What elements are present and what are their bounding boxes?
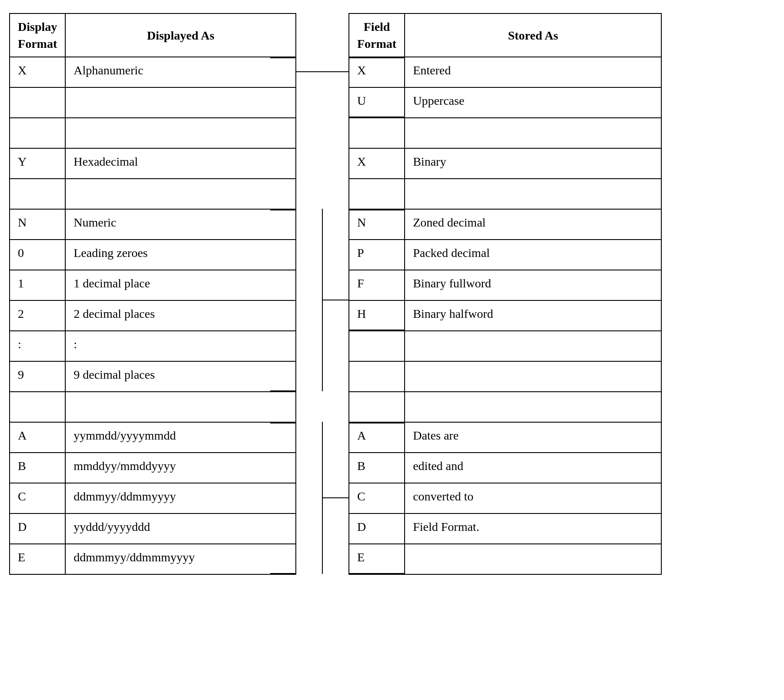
stored-as-header: Stored As — [405, 13, 661, 57]
displayed-as-cell: Numeric — [65, 209, 296, 240]
table-row: : : — [10, 331, 296, 361]
displayed-as-cell — [65, 179, 296, 209]
format-cell: 9 — [10, 361, 65, 392]
format-cell — [349, 118, 405, 148]
table-row: 0 Leading zeroes — [10, 240, 296, 270]
table-row: F Binary fullword — [349, 270, 661, 300]
format-cell — [349, 179, 405, 209]
table-row — [10, 179, 296, 209]
stored-as-cell — [405, 179, 661, 209]
table-row: 1 1 decimal place — [10, 270, 296, 300]
table-row: N Zoned decimal — [349, 209, 661, 240]
stored-as-cell: Dates are — [405, 422, 661, 453]
format-cell — [10, 179, 65, 209]
table-row — [349, 392, 661, 422]
table-row: E — [349, 544, 661, 574]
format-cell: D — [10, 513, 65, 544]
table-row: N Numeric — [10, 209, 296, 240]
format-cell: C — [10, 483, 65, 513]
stored-as-cell: converted to — [405, 483, 661, 513]
table-row — [10, 118, 296, 148]
format-cell: 2 — [10, 300, 65, 331]
table-row: D Field Format. — [349, 513, 661, 544]
table-row: U Uppercase — [349, 87, 661, 118]
table-row — [349, 331, 661, 361]
format-cell: N — [349, 209, 405, 240]
table-row: A yymmdd/yyyymmdd — [10, 422, 296, 453]
displayed-as-cell: 2 decimal places — [65, 300, 296, 331]
table-row: B edited and — [349, 453, 661, 483]
format-cell: C — [349, 483, 405, 513]
table-row: C converted to — [349, 483, 661, 513]
table-row: A Dates are — [349, 422, 661, 453]
table-row: 2 2 decimal places — [10, 300, 296, 331]
table-row: X Binary — [349, 148, 661, 179]
format-cell — [349, 392, 405, 422]
displayed-as-cell — [65, 87, 296, 118]
table-row: X Alphanumeric — [10, 57, 296, 87]
stored-as-cell — [405, 544, 661, 574]
stored-as-cell — [405, 392, 661, 422]
stored-as-cell: Binary fullword — [405, 270, 661, 300]
format-cell: H — [349, 300, 405, 331]
format-cell: D — [349, 513, 405, 544]
format-cell: E — [349, 544, 405, 574]
format-cell: P — [349, 240, 405, 270]
displayed-as-cell: ddmmmyy/ddmmmyyyy — [65, 544, 296, 574]
format-cell: 1 — [10, 270, 65, 300]
format-cell: N — [10, 209, 65, 240]
table-row: E ddmmmyy/ddmmmyyyy — [10, 544, 296, 574]
table-row — [10, 392, 296, 422]
displayed-as-cell: : — [65, 331, 296, 361]
format-cell: B — [10, 453, 65, 483]
format-cell — [10, 87, 65, 118]
displayed-as-header: Displayed As — [65, 13, 296, 57]
stored-as-cell — [405, 118, 661, 148]
displayed-as-cell: mmddyy/mmddyyyy — [65, 453, 296, 483]
format-cell — [349, 331, 405, 361]
table-row: C ddmmyy/ddmmyyyy — [10, 483, 296, 513]
left-table: DisplayFormat Displayed As X Alphanumeri… — [9, 13, 296, 575]
table-row: 9 9 decimal places — [10, 361, 296, 392]
format-cell: U — [349, 87, 405, 118]
table-row: H Binary halfword — [349, 300, 661, 331]
displayed-as-cell — [65, 118, 296, 148]
format-cell — [10, 118, 65, 148]
displayed-as-cell: Leading zeroes — [65, 240, 296, 270]
displayed-as-cell: yymmdd/yyyymmdd — [65, 422, 296, 453]
table-row — [349, 118, 661, 148]
display-format-header: DisplayFormat — [10, 13, 65, 57]
stored-as-cell — [405, 331, 661, 361]
stored-as-cell: Binary halfword — [405, 300, 661, 331]
stored-as-cell — [405, 361, 661, 392]
displayed-as-cell: 1 decimal place — [65, 270, 296, 300]
format-cell: X — [349, 148, 405, 179]
stored-as-cell: Packed decimal — [405, 240, 661, 270]
field-format-header: FieldFormat — [349, 13, 405, 57]
format-cell: X — [10, 57, 65, 87]
table-row: B mmddyy/mmddyyyy — [10, 453, 296, 483]
table-row: X Entered — [349, 57, 661, 87]
displayed-as-cell: Hexadecimal — [65, 148, 296, 179]
displayed-as-cell: 9 decimal places — [65, 361, 296, 392]
table-row: Y Hexadecimal — [10, 148, 296, 179]
format-cell: E — [10, 544, 65, 574]
format-cell: 0 — [10, 240, 65, 270]
page-container: DisplayFormat Displayed As X Alphanumeri… — [9, 13, 775, 575]
displayed-as-cell: yyddd/yyyyddd — [65, 513, 296, 544]
format-cell: X — [349, 57, 405, 87]
format-cell: Y — [10, 148, 65, 179]
format-cell: A — [349, 422, 405, 453]
stored-as-cell: Field Format. — [405, 513, 661, 544]
format-cell: : — [10, 331, 65, 361]
table-row — [349, 361, 661, 392]
stored-as-cell: Zoned decimal — [405, 209, 661, 240]
stored-as-cell: Binary — [405, 148, 661, 179]
format-cell: F — [349, 270, 405, 300]
stored-as-cell: Entered — [405, 57, 661, 87]
displayed-as-cell: ddmmyy/ddmmyyyy — [65, 483, 296, 513]
displayed-as-cell: Alphanumeric — [65, 57, 296, 87]
format-cell: B — [349, 453, 405, 483]
table-row — [349, 179, 661, 209]
stored-as-cell: Uppercase — [405, 87, 661, 118]
